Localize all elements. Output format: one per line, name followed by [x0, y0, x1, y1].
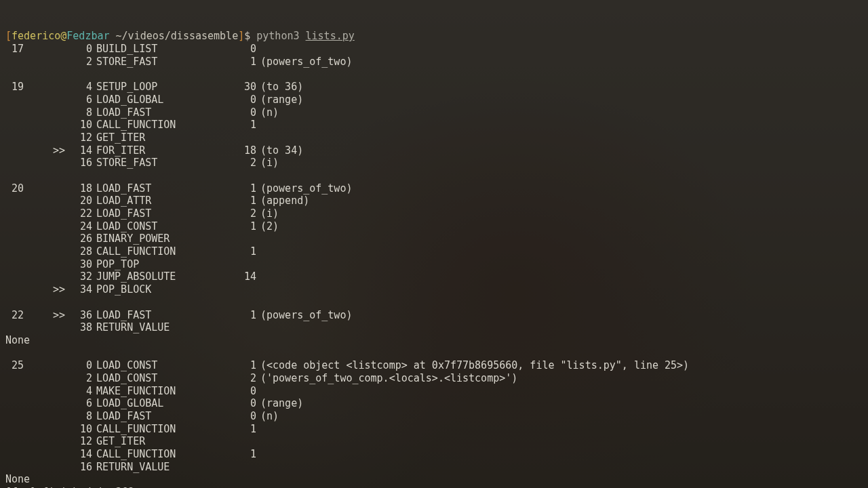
opcode: CALL_FUNCTION [92, 119, 236, 131]
oparg: 2 [236, 372, 256, 385]
opcode: LOAD_FAST [92, 207, 236, 220]
source-lineno: 22 [5, 309, 30, 322]
oparg: 1 [236, 195, 256, 207]
oparg: 0 [236, 94, 256, 106]
bytecode-offset: 20 [71, 195, 92, 207]
bytecode-offset: 0 [71, 359, 92, 372]
oparg: 1 [236, 359, 256, 372]
oparg: 1 [236, 309, 256, 322]
oparg-note: (range) [256, 94, 303, 106]
opcode: GET_ITER [92, 131, 236, 144]
instruction-row: 26BINARY_POWER [5, 232, 863, 245]
opcode: RETURN_VALUE [92, 321, 236, 334]
opcode: STORE_FAST [92, 56, 236, 68]
bytecode-offset: 0 [71, 43, 92, 56]
bytecode-offset: 22 [71, 207, 92, 220]
oparg-note: (<code object <listcomp> at 0x7f77b86956… [256, 359, 689, 372]
oparg: 1 [236, 245, 256, 258]
opcode: LOAD_CONST [92, 359, 236, 372]
instruction-row: 10CALL_FUNCTION1 [5, 423, 863, 436]
oparg-note: (append) [256, 195, 309, 207]
oparg-note: (i) [256, 157, 279, 169]
opcode: POP_TOP [92, 258, 236, 271]
prompt-host: Fedzbar [66, 30, 109, 42]
opcode: SETUP_LOOP [92, 81, 236, 94]
source-lineno: 20 [5, 182, 30, 195]
prompt-line[interactable]: [federico@Fedzbar ~/videos/dissasemble]$… [5, 30, 863, 43]
bytecode-offset: 16 [71, 157, 92, 169]
instruction-row: 194SETUP_LOOP30(to 36) [5, 81, 863, 94]
oparg-note: (to 34) [256, 144, 303, 157]
bytecode-offset: 6 [71, 397, 92, 410]
dis-return-none: None [5, 473, 863, 486]
bytecode-offset: 38 [71, 321, 92, 334]
instruction-row: 16RETURN_VALUE [5, 461, 863, 474]
opcode: CALL_FUNCTION [92, 448, 236, 461]
prompt-sigil: $ [244, 30, 256, 42]
terminal[interactable]: [federico@Fedzbar ~/videos/dissasemble]$… [5, 5, 863, 488]
bytecode-offset: 18 [71, 182, 92, 195]
instruction-row: 250LOAD_CONST1(<code object <listcomp> a… [5, 359, 863, 372]
instruction-row: 20LOAD_ATTR1(append) [5, 195, 863, 207]
bytecode-offset: 26 [71, 232, 92, 245]
opcode: LOAD_FAST [92, 410, 236, 423]
command: python3 [256, 30, 299, 42]
blank-line [5, 296, 863, 309]
dis-return-none: None [5, 334, 863, 347]
instruction-row: 22>>36LOAD_FAST1(powers_of_two) [5, 309, 863, 322]
bytecode-offset: 6 [71, 94, 92, 106]
opcode: LOAD_FAST [92, 106, 236, 119]
instruction-row: 4MAKE_FUNCTION0 [5, 385, 863, 398]
instruction-row: 24LOAD_CONST1(2) [5, 220, 863, 233]
instruction-row: 8LOAD_FAST0(n) [5, 106, 863, 119]
jump-target-mark: >> [30, 283, 71, 296]
bytecode-offset: 4 [71, 385, 92, 398]
oparg: 1 [236, 119, 256, 131]
oparg: 1 [236, 56, 256, 68]
bytecode-offset: 34 [71, 283, 92, 296]
instruction-row: 2LOAD_CONST2('powers_of_two_comp.<locals… [5, 372, 863, 385]
opcode: LOAD_FAST [92, 309, 236, 322]
oparg: 0 [236, 106, 256, 119]
opcode: FOR_ITER [92, 144, 236, 157]
instruction-row: 6LOAD_GLOBAL0(range) [5, 94, 863, 106]
instruction-row: >>14FOR_ITER18(to 34) [5, 144, 863, 157]
jump-target-mark: >> [30, 144, 71, 157]
bytecode-offset: 14 [71, 448, 92, 461]
oparg-note: (range) [256, 397, 303, 410]
opcode: JUMP_ABSOLUTE [92, 270, 236, 283]
oparg: 0 [236, 397, 256, 410]
instruction-row: 8LOAD_FAST0(n) [5, 410, 863, 423]
bytecode-offset: 28 [71, 245, 92, 258]
opcode: LOAD_CONST [92, 372, 236, 385]
instruction-row: 10CALL_FUNCTION1 [5, 119, 863, 131]
instruction-row: 2STORE_FAST1(powers_of_two) [5, 56, 863, 68]
oparg: 0 [236, 385, 256, 398]
instruction-row: 32JUMP_ABSOLUTE14 [5, 270, 863, 283]
prompt-close: ] [238, 30, 244, 42]
oparg-note: (n) [256, 106, 279, 119]
oparg: 18 [236, 144, 256, 157]
bytecode-offset: 8 [71, 106, 92, 119]
oparg-note: (i) [256, 207, 279, 220]
opcode: STORE_FAST [92, 157, 236, 169]
instruction-row: 6LOAD_GLOBAL0(range) [5, 397, 863, 410]
source-lineno: 17 [5, 43, 30, 56]
source-lineno: 19 [5, 81, 30, 94]
opcode: POP_BLOCK [92, 283, 236, 296]
instruction-row: 16STORE_FAST2(i) [5, 157, 863, 169]
instruction-row: 170BUILD_LIST0 [5, 43, 863, 56]
opcode: CALL_FUNCTION [92, 245, 236, 258]
bytecode-offset: 8 [71, 410, 92, 423]
blank-line [5, 169, 863, 182]
opcode: LOAD_CONST [92, 220, 236, 233]
bytecode-offset: 2 [71, 372, 92, 385]
oparg: 2 [236, 157, 256, 169]
source-lineno: 25 [5, 359, 30, 372]
opcode: BINARY_POWER [92, 232, 236, 245]
oparg-note: (powers_of_two) [256, 182, 352, 195]
oparg-note: ('powers_of_two_comp.<locals>.<listcomp>… [256, 372, 517, 385]
prompt-sep [110, 30, 116, 42]
bytecode-offset: 14 [71, 144, 92, 157]
opcode: BUILD_LIST [92, 43, 236, 56]
